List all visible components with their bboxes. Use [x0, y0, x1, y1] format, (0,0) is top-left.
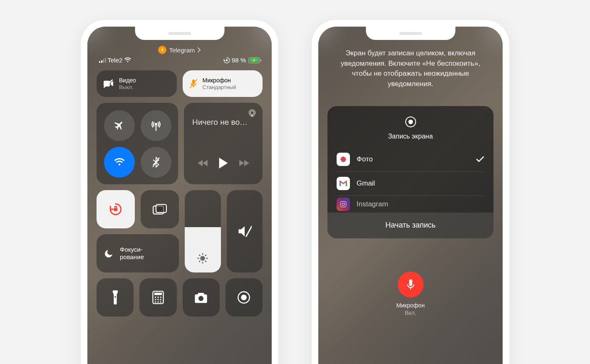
svg-point-9: [250, 111, 254, 114]
orientation-lock-button[interactable]: [97, 190, 135, 228]
media-module[interactable]: Ничего не во…: [184, 103, 263, 184]
app-option-photos[interactable]: Фото: [337, 148, 484, 172]
bluetooth-button[interactable]: [141, 147, 171, 178]
svg-point-30: [157, 299, 159, 300]
svg-point-33: [157, 301, 159, 302]
svg-point-35: [198, 296, 203, 301]
forward-icon[interactable]: [238, 159, 249, 167]
play-icon[interactable]: [219, 158, 228, 168]
status-bar: Tele2 98 % ⚡: [97, 57, 263, 64]
checkmark-icon: [476, 156, 484, 163]
mic-title: Микрофон: [203, 77, 236, 84]
focus-button[interactable]: Фокуси- рование: [97, 234, 179, 272]
microphone-toggle-button[interactable]: [398, 272, 424, 297]
svg-point-26: [155, 297, 156, 298]
airplane-icon: [114, 120, 125, 131]
microphone-toggle[interactable]: МикрофонСтандартный: [183, 70, 263, 97]
svg-point-31: [160, 299, 161, 300]
phone-control-center: Telegram Tele2 98 % ⚡: [81, 20, 278, 364]
chevron-right-icon: [198, 47, 201, 52]
app-option-label: Gmail: [357, 179, 375, 188]
photos-app-icon: [337, 153, 350, 166]
record-icon: [237, 291, 250, 304]
camera-icon: [194, 292, 208, 303]
cellular-signal-icon: [99, 58, 106, 63]
app-name: Telegram: [169, 47, 195, 54]
app-option-gmail[interactable]: Gmail: [337, 172, 484, 196]
start-recording-button[interactable]: Начать запись: [327, 213, 493, 238]
flashlight-icon: [112, 290, 119, 305]
svg-rect-25: [154, 293, 162, 295]
microphone-off-icon: [189, 79, 198, 89]
svg-point-39: [408, 119, 413, 124]
notch: [135, 27, 224, 40]
now-playing-title: Ничего не во…: [192, 118, 254, 127]
battery-percent: 98 %: [232, 57, 246, 64]
svg-line-18: [199, 255, 200, 256]
svg-rect-0: [226, 59, 228, 61]
app-option-label: Instagram: [357, 200, 388, 208]
connectivity-module: [97, 103, 178, 184]
wifi-button[interactable]: [104, 147, 135, 178]
battery-icon: ⚡: [248, 57, 260, 63]
video-status: Выкл.: [119, 84, 136, 91]
volume-slider[interactable]: [227, 190, 263, 272]
carrier-label: Tele2: [108, 57, 123, 64]
screen-record-button[interactable]: [226, 278, 263, 317]
svg-line-20: [199, 261, 200, 262]
mic-label: Микрофон: [396, 302, 424, 310]
svg-rect-10: [114, 208, 118, 211]
svg-point-27: [157, 297, 159, 298]
video-toggle[interactable]: ВидеоВыкл.: [97, 70, 177, 97]
wifi-icon: [124, 57, 131, 63]
brightness-slider[interactable]: [185, 190, 221, 272]
svg-line-21: [206, 255, 206, 256]
flashlight-button[interactable]: [97, 278, 134, 317]
camera-button[interactable]: [183, 278, 220, 317]
airplay-icon[interactable]: [248, 109, 257, 118]
svg-point-32: [155, 301, 156, 302]
gmail-app-icon: [337, 177, 350, 190]
svg-point-34: [160, 301, 161, 302]
microphone-icon: [406, 279, 415, 290]
svg-point-13: [201, 256, 205, 260]
instagram-app-icon: [337, 198, 350, 211]
app-option-label: Фото: [357, 155, 373, 163]
svg-rect-48: [340, 201, 346, 207]
rewind-icon[interactable]: [198, 159, 208, 167]
wifi-icon: [114, 158, 125, 166]
mic-state: Вкл.: [396, 309, 424, 317]
svg-point-29: [155, 299, 156, 300]
app-option-instagram[interactable]: Instagram: [337, 196, 484, 213]
app-usage-indicator[interactable]: Telegram: [158, 46, 201, 54]
cellular-data-button[interactable]: [141, 110, 171, 141]
svg-point-23: [114, 296, 116, 298]
video-off-icon: [103, 79, 114, 88]
microphone-active-icon: [158, 46, 166, 54]
svg-point-37: [241, 295, 247, 300]
phone-screen-recording-prompt: Экран будет записан целиком, включая уве…: [312, 20, 509, 364]
mic-status: Стандартный: [203, 84, 236, 91]
svg-point-28: [160, 297, 161, 298]
recording-info-text: Экран будет записан целиком, включая уве…: [335, 48, 486, 89]
record-icon: [405, 116, 416, 128]
airplane-mode-button[interactable]: [104, 110, 135, 141]
notch: [366, 27, 455, 40]
svg-line-19: [206, 261, 206, 262]
screen-mirroring-icon: [153, 204, 167, 215]
calculator-icon: [152, 291, 164, 304]
cellular-antenna-icon: [150, 120, 162, 131]
focus-label: Фокуси- рование: [120, 246, 144, 261]
moon-icon: [104, 248, 114, 258]
recording-panel: Запись экрана Фото Gmail: [327, 106, 493, 238]
video-title: Видео: [119, 77, 136, 84]
svg-rect-12: [156, 205, 166, 213]
svg-line-22: [246, 226, 251, 236]
volume-mute-icon: [238, 225, 252, 238]
bluetooth-off-icon: [153, 157, 159, 168]
brightness-icon: [197, 253, 208, 264]
orientation-lock-icon: [109, 202, 123, 216]
calculator-button[interactable]: [139, 278, 176, 317]
panel-title: Запись экрана: [388, 133, 433, 140]
screen-mirroring-button[interactable]: [141, 190, 179, 228]
